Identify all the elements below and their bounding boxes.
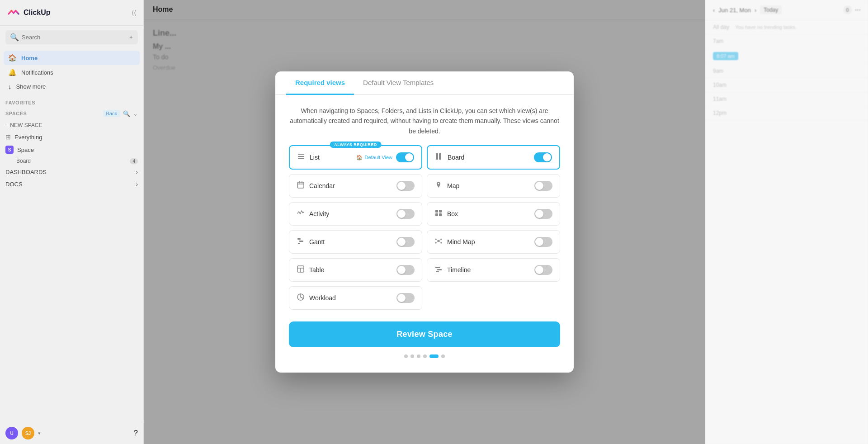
box-toggle[interactable] — [534, 209, 552, 219]
logo-area: ClickUp — [7, 6, 51, 19]
time-slot-current: 8:07 am — [706, 48, 868, 64]
calendar-prev-icon[interactable]: ‹ — [713, 7, 715, 14]
mindmap-icon — [434, 237, 443, 247]
gantt-toggle[interactable] — [396, 237, 415, 247]
view-right-list: 🏠 Default View — [356, 152, 414, 162]
view-left-activity: Activity — [297, 209, 329, 219]
view-left-timeline: Timeline — [434, 265, 471, 275]
nav-items: 🏠 Home 🔔 Notifications ↓ Show more — [0, 49, 143, 95]
workload-icon — [297, 293, 305, 303]
board-name-label: Board — [16, 158, 31, 164]
search-spaces-icon[interactable]: 🔍 — [123, 110, 130, 117]
tab-required-views[interactable]: Required views — [286, 71, 354, 95]
table-toggle[interactable] — [396, 265, 415, 275]
tab-default-view-templates[interactable]: Default View Templates — [354, 71, 443, 95]
spaces-actions: Back 🔍 ⌄ — [103, 110, 138, 117]
timeline-view-name: Timeline — [447, 266, 471, 274]
pagination-dot-5[interactable] — [429, 354, 439, 358]
view-left-map: Map — [434, 181, 459, 191]
chevron-down-icon: ↓ — [8, 83, 12, 90]
sidebar-item-notifications[interactable]: 🔔 Notifications — [4, 65, 140, 80]
sidebar-item-space[interactable]: S Space — [0, 143, 143, 156]
view-card-list: ALWAYS REQUIRED List 🏠 Default View — [289, 145, 422, 170]
view-right-workload — [396, 293, 415, 303]
svg-line-23 — [436, 241, 439, 243]
avatar-dropdown-icon[interactable]: ▾ — [38, 430, 41, 436]
board-toggle[interactable] — [534, 152, 552, 162]
view-right-table — [396, 265, 415, 275]
sidebar-item-dashboards[interactable]: DASHBOARDS › — [0, 166, 143, 178]
notifications-label: Notifications — [21, 69, 53, 76]
svg-rect-14 — [299, 241, 303, 242]
review-space-button[interactable]: Review Space — [289, 321, 560, 347]
svg-rect-29 — [437, 269, 442, 270]
activity-toggle[interactable] — [396, 209, 415, 219]
svg-rect-28 — [435, 267, 440, 268]
time-slot-12pm: 12pm — [706, 106, 868, 120]
today-button[interactable]: Today — [760, 5, 782, 14]
pagination-dot-6[interactable] — [441, 354, 445, 358]
calendar-count-badge: 0 — [843, 5, 852, 14]
pagination-dot-2[interactable] — [410, 354, 414, 358]
workload-toggle[interactable] — [396, 293, 415, 303]
board-view-name: Board — [448, 154, 464, 161]
sidebar-item-docs[interactable]: DOCS › — [0, 178, 143, 190]
chevron-right-icon: › — [136, 169, 138, 175]
svg-rect-15 — [298, 243, 300, 244]
back-button[interactable]: Back — [103, 110, 120, 117]
expand-spaces-icon[interactable]: ⌄ — [133, 110, 138, 117]
search-bar[interactable]: 🔍 ✦ — [5, 30, 138, 44]
pagination-dot-3[interactable] — [417, 354, 420, 358]
modal-tabs: Required views Default View Templates — [275, 71, 574, 95]
new-space-button[interactable]: + NEW SPACE — [0, 120, 143, 131]
view-right-box — [534, 209, 552, 219]
workload-view-name: Workload — [309, 294, 336, 302]
always-required-badge: ALWAYS REQUIRED — [330, 142, 382, 148]
collapse-sidebar-button[interactable]: ⟨⟨ — [132, 9, 136, 16]
calendar-next-icon[interactable]: › — [755, 7, 756, 14]
view-card-box: Box — [427, 202, 560, 226]
help-button[interactable]: ? — [134, 429, 138, 437]
view-card-workload: Workload — [289, 286, 422, 310]
timeline-toggle[interactable] — [534, 265, 552, 275]
view-right-mindmap — [534, 237, 552, 247]
main-content-area: Home Line... My ... To do Overdue Requir… — [144, 0, 705, 444]
search-input[interactable] — [22, 34, 126, 41]
view-right-activity — [396, 209, 415, 219]
pagination-dot-1[interactable] — [404, 354, 408, 358]
pagination-dot-4[interactable] — [423, 354, 427, 358]
calendar-nav: ‹ Jun 21, Mon › Today — [713, 5, 782, 14]
map-toggle[interactable] — [534, 181, 552, 191]
sidebar-item-show-more[interactable]: ↓ Show more — [4, 80, 140, 94]
sidebar-item-everything[interactable]: ⊞ Everything — [0, 131, 143, 143]
user-avatar: U — [5, 427, 18, 439]
svg-rect-4 — [439, 153, 441, 160]
gantt-icon — [297, 237, 305, 247]
view-left-table: Table — [297, 265, 324, 275]
calendar-date: Jun 21, Mon — [718, 7, 751, 14]
required-views-modal: Required views Default View Templates Wh… — [275, 71, 574, 373]
calendar-toggle[interactable] — [396, 181, 415, 191]
svg-rect-30 — [436, 271, 439, 272]
home-label: Home — [21, 55, 38, 61]
box-icon — [434, 209, 443, 219]
grid-icon: ⊞ — [5, 133, 11, 141]
svg-rect-5 — [297, 182, 304, 188]
board-icon — [435, 152, 443, 162]
dashboards-label: DASHBOARDS — [5, 169, 47, 175]
sidebar-bottom: U SJ ▾ ? — [0, 422, 143, 444]
mindmap-toggle[interactable] — [534, 237, 552, 247]
home-default-icon: 🏠 — [356, 155, 363, 161]
list-toggle[interactable] — [396, 152, 414, 162]
more-options-icon[interactable]: ··· — [855, 6, 861, 14]
sidebar-item-board[interactable]: Board 4 — [0, 156, 143, 166]
map-icon — [434, 181, 443, 191]
calendar-view-name: Calendar — [309, 182, 335, 189]
sidebar-item-home[interactable]: 🏠 Home — [4, 51, 140, 65]
all-day-slot: All day You have no trending tasks. — [706, 20, 868, 34]
modal-container: Required views Default View Templates Wh… — [144, 0, 705, 444]
view-card-map: Map — [427, 174, 560, 198]
default-view-label: 🏠 Default View — [356, 155, 392, 161]
list-view-name: List — [310, 154, 320, 161]
views-grid: ALWAYS REQUIRED List 🏠 Default View — [289, 145, 560, 310]
